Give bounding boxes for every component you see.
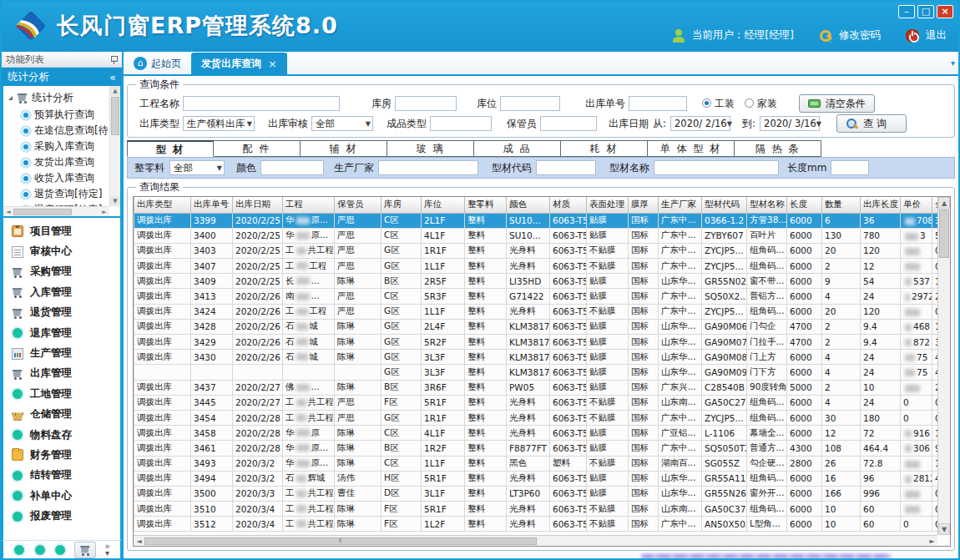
table-row[interactable]: 调拨出库34542020/2/28工共工程严思G区1R1F整料光身料6063-T… [134, 410, 938, 425]
column-header[interactable]: 整零料 [465, 197, 507, 213]
column-header[interactable]: 出库日期 [233, 197, 283, 213]
column-header[interactable]: 数量 [822, 197, 861, 213]
sidebar-item[interactable]: 出库管理 [3, 364, 120, 384]
warehouse-input[interactable] [395, 96, 457, 111]
tree-item[interactable]: 退货查询[待定] [8, 186, 109, 202]
column-header[interactable]: 长度 [787, 197, 822, 213]
radio-gongzhuang[interactable]: 工装 [702, 97, 735, 111]
table-row[interactable]: 调拨出库34302020/2/26石城陈琳G区3L3F整料KLM38176063… [134, 350, 938, 365]
mfr-input[interactable] [378, 160, 478, 175]
dot-icon[interactable] [35, 545, 45, 555]
tab-close-icon[interactable]: × [268, 58, 277, 70]
tree-item[interactable]: 采购入库查询 [8, 139, 109, 154]
tree-item[interactable]: 发货出库查询 [8, 154, 109, 170]
collapse-icon[interactable]: « [109, 71, 116, 83]
close-button[interactable]: × [937, 5, 953, 18]
table-row[interactable]: 调拨出库35002020/3/3工共工程曹佳D区3L1F整料LT3P606063… [134, 486, 938, 501]
dot-icon[interactable] [14, 545, 24, 555]
project-name-input[interactable] [183, 96, 340, 111]
table-row[interactable]: 调拨出库34282020/2/26石城陈琳G区2L4F整料KLM38176063… [134, 319, 938, 334]
table-row[interactable]: 调拨出库34242020/2/26工工程严思G区1L1F整料光身料6063-T5… [134, 304, 938, 319]
audit-select[interactable]: 全部▼ [311, 116, 373, 131]
column-header[interactable]: 颜色 [507, 197, 550, 213]
section-header[interactable]: 统计分析 « [2, 68, 122, 86]
table-row[interactable]: 调拨出库34292020/2/26石城陈琳G区5R2F整料KLM38176063… [134, 335, 938, 350]
maximize-button[interactable]: □ [917, 5, 934, 18]
product-type-input[interactable] [430, 116, 492, 131]
sidebar-item[interactable]: 项目管理 [3, 221, 120, 241]
table-row[interactable]: G区3L3F整料KLM38176063-T5贴膜国标山东华...GA90M09.… [134, 365, 938, 380]
radio-jiazhuang[interactable]: 家装 [745, 97, 777, 111]
column-header[interactable]: 材质 [550, 197, 587, 213]
sidebar-item[interactable]: 仓储管理 [3, 405, 120, 425]
tab-home[interactable]: ⌂ 起始页 [124, 53, 191, 74]
column-header[interactable]: 膜厚 [629, 197, 659, 213]
column-header[interactable]: 表面处理 [587, 197, 629, 213]
column-header[interactable]: 出库类型 [134, 197, 191, 213]
table-row[interactable]: 调拨出库35122020/3/4工共工程陈琳F区1L2F整料光身料6063-T5… [134, 517, 938, 532]
grid-vertical-scrollbar[interactable]: ▲▼ [937, 197, 950, 535]
tree-item[interactable]: 预算执行查询 [8, 107, 109, 123]
table-row[interactable]: 调拨出库34612020/2/28华原...陈琳B区1R2F整料F8877FT6… [134, 441, 938, 456]
sidebar-item[interactable]: 退货管理 [3, 303, 120, 323]
tree-vertical-scrollbar[interactable]: ▲▼ [109, 86, 120, 206]
column-header[interactable]: 保管员 [335, 197, 381, 213]
tab-list-caret-icon[interactable]: ▾ [951, 58, 955, 68]
sidebar-item[interactable]: 结转管理 [3, 466, 120, 486]
tree-horizontal-scrollbar[interactable]: ◄► [3, 206, 109, 216]
code-input[interactable] [536, 160, 596, 175]
sidebar-item[interactable]: 生产管理 [3, 343, 120, 363]
pin-icon[interactable] [110, 55, 118, 64]
table-row[interactable]: 调拨出库34032020/2/25工共工程严思G区1R1F整料光身料6063-T… [134, 243, 938, 258]
tab-shipment-query[interactable]: 发货出库查询 × [191, 53, 287, 74]
sidebar-item[interactable]: 工地管理 [3, 384, 120, 404]
tree-root[interactable]: 统计分析 [8, 88, 109, 107]
zl-select[interactable]: 全部▼ [169, 160, 225, 175]
column-header[interactable]: 单价 [901, 197, 932, 213]
table-row[interactable]: 调拨出库33992020/2/25华原...严思C区2L1F整料SU10...6… [134, 213, 938, 228]
search-button[interactable]: 查 询 [836, 114, 907, 133]
material-tab[interactable]: 耗 材 [561, 140, 648, 157]
table-row[interactable]: 调拨出库34372020/2/27佛...陈琳B区3R6F整料PW056063-… [134, 380, 938, 395]
tree-item[interactable]: 收货入库查询 [8, 170, 109, 186]
date-from-select[interactable]: 2020/ 2/16▼ [670, 116, 730, 131]
overflow-chevron[interactable]: »▾ [105, 543, 110, 557]
material-tab[interactable]: 成 品 [474, 140, 561, 157]
name-input[interactable] [654, 160, 779, 175]
material-tab[interactable]: 型 材 [127, 140, 214, 157]
table-row[interactable]: 调拨出库35102020/3/4工共工程陈琳F区5R1F整料光身料6063-T5… [134, 502, 938, 517]
column-header[interactable]: 出库长度 [861, 197, 901, 213]
sidebar-item[interactable]: 补单中心 [3, 486, 120, 506]
material-tab[interactable]: 配 件 [214, 140, 301, 157]
material-tab[interactable]: 隔 热 条 [735, 140, 821, 157]
clear-conditions-button[interactable]: 清空条件 [799, 94, 875, 113]
table-row[interactable]: 调拨出库34932020/3/2华原...陈琳C区1L1F整料黑色塑料不贴膜国标… [134, 456, 938, 471]
table-row[interactable]: 调拨出库34942020/3/2石辉城汤伟H区5R1F整料光身料6063-T5贴… [134, 471, 938, 486]
column-header[interactable]: 工程 [283, 197, 335, 213]
sidebar-item[interactable]: 退库管理 [3, 323, 120, 343]
material-tab[interactable]: 单 体 型 材 [648, 140, 735, 157]
table-row[interactable]: 调拨出库34092020/2/25长...陈琳B区2R5F整料LI35HD606… [134, 274, 938, 289]
column-header[interactable]: 型材名称 [747, 197, 787, 213]
dot-icon[interactable] [55, 545, 65, 555]
minimize-button[interactable]: – [898, 5, 915, 18]
table-row[interactable]: 调拨出库34582020/2/28华原陈琳C区4L1F整料光身料6063-T5贴… [134, 426, 938, 441]
sidebar-item[interactable]: 报废管理 [3, 506, 120, 526]
column-header[interactable]: 型材代码 [702, 197, 747, 213]
sidebar-item[interactable]: 入库管理 [3, 282, 120, 302]
order-no-input[interactable] [629, 96, 687, 111]
cart-mini-button[interactable] [74, 542, 96, 558]
column-header[interactable]: 库位 [422, 197, 465, 213]
sidebar-item[interactable]: 物料盘存 [3, 425, 120, 445]
material-tab[interactable]: 辅 材 [301, 140, 387, 157]
location-input[interactable] [500, 96, 560, 111]
column-header[interactable]: 出库单号 [191, 197, 233, 213]
change-password-link[interactable]: 修改密码 [839, 28, 881, 43]
table-row[interactable]: 调拨出库34072020/2/25工工程严思G区1L1F整料光身料6063-T5… [134, 259, 938, 274]
table-row[interactable]: 调拨出库34452020/2/27工共工程严思F区5R1F整料光身料6063-T… [134, 395, 938, 410]
expander-icon[interactable] [8, 96, 13, 100]
logout-link[interactable]: 退出 [926, 28, 947, 43]
table-row[interactable]: 调拨出库34002020/2/25华原...严思C区4L1F整料SU10...6… [134, 228, 938, 243]
sidebar-item[interactable]: 财务管理 [3, 445, 120, 465]
out-type-select[interactable]: 生产领料出库▼ [183, 116, 255, 131]
